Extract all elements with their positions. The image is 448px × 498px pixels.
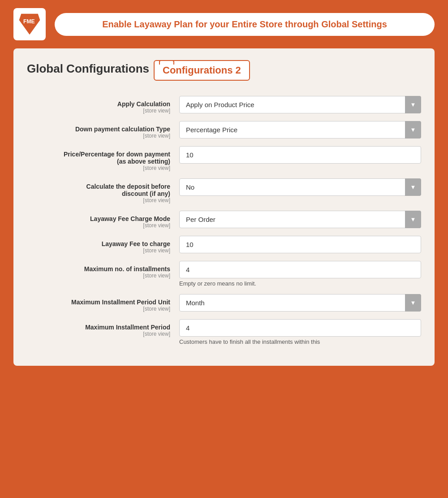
installment-period-unit-label: Maximum Installment Period Unit — [27, 299, 170, 306]
logo-icon: FME — [17, 12, 42, 37]
installment-period-unit-label-area: Maximum Installment Period Unit [store v… — [27, 294, 179, 312]
installment-period-unit-select[interactable]: Month Week Day — [179, 294, 421, 312]
fee-to-charge-label-area: Layaway Fee to charge [store view] — [27, 236, 179, 254]
header: FME Enable Layaway Plan for your Entire … — [0, 0, 448, 48]
installment-period-unit-select-container: Month Week Day ▼ — [179, 294, 421, 312]
apply-calculation-label: Apply Calculation — [27, 100, 170, 108]
installment-period-input[interactable] — [179, 319, 421, 337]
apply-calculation-store-view: [store view] — [27, 108, 170, 114]
form-row-fee-to-charge: Layaway Fee to charge [store view] — [27, 236, 421, 254]
installment-period-control: Customers have to finish all the install… — [179, 319, 421, 345]
section-title: Global Configurations — [27, 62, 149, 76]
logo: FME — [13, 8, 46, 40]
down-payment-type-label: Down payment calculation Type — [27, 126, 170, 133]
price-percentage-store-view: [store view] — [27, 165, 170, 171]
apply-calculation-select-container: Apply on Product Price Apply on Grand To… — [179, 96, 421, 113]
installment-period-unit-control: Month Week Day ▼ — [179, 294, 421, 312]
down-payment-type-control: Percentage Price Fixed Price ▼ — [179, 121, 421, 139]
form-row-down-payment-type: Down payment calculation Type [store vie… — [27, 121, 421, 139]
installment-period-unit-store-view: [store view] — [27, 306, 170, 312]
price-percentage-label: Price/Percentage for down payment (as ab… — [27, 151, 170, 165]
form-row-calculate-deposit: Calculate the deposit before discount (i… — [27, 178, 421, 204]
fee-to-charge-label: Layaway Fee to charge — [27, 240, 170, 247]
max-installments-label: Maximum no. of installments — [27, 265, 170, 273]
calculate-deposit-select-container: No Yes ▼ — [179, 178, 421, 196]
down-payment-type-select-container: Percentage Price Fixed Price ▼ — [179, 121, 421, 139]
down-payment-type-label-area: Down payment calculation Type [store vie… — [27, 121, 179, 139]
apply-calculation-control: Apply on Product Price Apply on Grand To… — [179, 96, 421, 113]
max-installments-store-view: [store view] — [27, 273, 170, 279]
fee-charge-mode-select[interactable]: Per Order Per Installment — [179, 211, 421, 228]
form-row-apply-calculation: Apply Calculation [store view] Apply on … — [27, 96, 421, 114]
form-row-installment-period: Maximum Installment Period [store view] … — [27, 319, 421, 345]
svg-text:FME: FME — [23, 18, 35, 25]
max-installments-hint: Empty or zero means no limit. — [179, 280, 421, 287]
config-tab[interactable]: Configurations 2 — [154, 60, 250, 81]
calculate-deposit-store-view: [store view] — [27, 197, 170, 204]
fee-charge-mode-label: Layaway Fee Charge Mode — [27, 215, 170, 222]
installment-period-hint: Customers have to finish all the install… — [179, 338, 421, 345]
price-percentage-label-area: Price/Percentage for down payment (as ab… — [27, 146, 179, 171]
main-content: Global Configurations Configurations 2 A… — [13, 48, 435, 366]
down-payment-type-store-view: [store view] — [27, 133, 170, 139]
form-row-fee-charge-mode: Layaway Fee Charge Mode [store view] Per… — [27, 211, 421, 229]
header-title: Enable Layaway Plan for your Entire Stor… — [55, 13, 435, 36]
price-percentage-input[interactable] — [179, 146, 421, 164]
down-payment-type-select[interactable]: Percentage Price Fixed Price — [179, 121, 421, 139]
apply-calculation-select[interactable]: Apply on Product Price Apply on Grand To… — [179, 96, 421, 113]
calculate-deposit-label: Calculate the deposit before discount (i… — [27, 183, 170, 197]
max-installments-control: Empty or zero means no limit. — [179, 261, 421, 287]
calculate-deposit-control: No Yes ▼ — [179, 178, 421, 196]
max-installments-input[interactable] — [179, 261, 421, 278]
form-row-installment-period-unit: Maximum Installment Period Unit [store v… — [27, 294, 421, 312]
fee-charge-mode-control: Per Order Per Installment ▼ — [179, 211, 421, 228]
max-installments-label-area: Maximum no. of installments [store view] — [27, 261, 179, 279]
installment-period-label: Maximum Installment Period — [27, 324, 170, 331]
calculate-deposit-label-area: Calculate the deposit before discount (i… — [27, 178, 179, 204]
fee-charge-mode-label-area: Layaway Fee Charge Mode [store view] — [27, 211, 179, 229]
fee-charge-mode-select-container: Per Order Per Installment ▼ — [179, 211, 421, 228]
installment-period-label-area: Maximum Installment Period [store view] — [27, 319, 179, 337]
fee-to-charge-store-view: [store view] — [27, 247, 170, 254]
calculate-deposit-select[interactable]: No Yes — [179, 178, 421, 196]
form-row-price-percentage: Price/Percentage for down payment (as ab… — [27, 146, 421, 171]
fee-charge-mode-store-view: [store view] — [27, 222, 170, 229]
fee-to-charge-input[interactable] — [179, 236, 421, 253]
form-row-max-installments: Maximum no. of installments [store view]… — [27, 261, 421, 287]
apply-calculation-label-area: Apply Calculation [store view] — [27, 96, 179, 114]
page-title-area: Global Configurations Configurations 2 — [27, 62, 421, 82]
installment-period-store-view: [store view] — [27, 331, 170, 337]
fee-to-charge-control — [179, 236, 421, 253]
price-percentage-control — [179, 146, 421, 164]
